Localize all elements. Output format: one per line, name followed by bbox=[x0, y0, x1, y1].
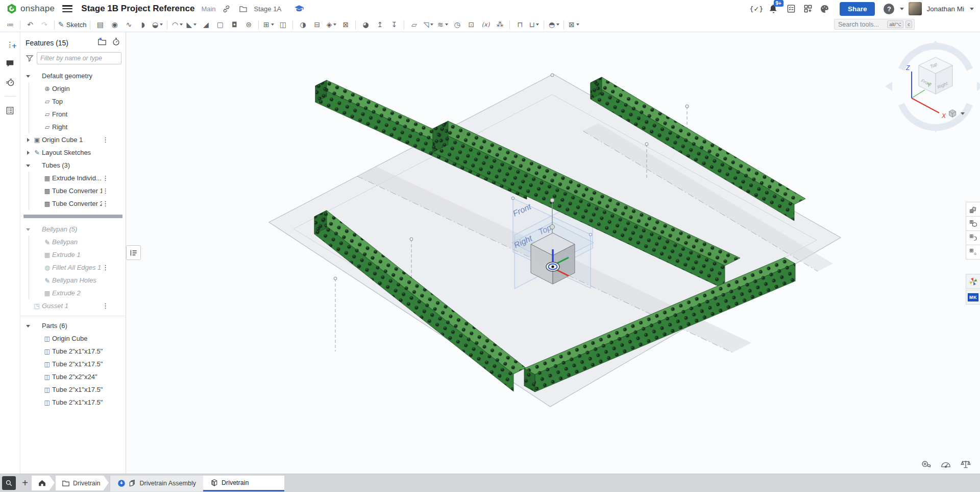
folder-location[interactable]: Stage 1A bbox=[254, 5, 282, 13]
help-button[interactable]: ? bbox=[884, 4, 894, 14]
configured-properties-icon[interactable] bbox=[966, 245, 980, 260]
feature-filter-input[interactable] bbox=[37, 52, 121, 64]
chevron-down-icon[interactable] bbox=[160, 24, 163, 26]
toolbar-divider[interactable] bbox=[564, 20, 564, 30]
part-origin-cube[interactable]: ◫ Origin Cube bbox=[20, 332, 126, 345]
search-tabs-button[interactable] bbox=[2, 476, 16, 490]
feature-plane-right[interactable]: ▱ Right bbox=[20, 121, 126, 133]
feature-menu-kebab-icon[interactable] bbox=[102, 264, 109, 271]
thicken-button[interactable]: ◒ bbox=[150, 18, 164, 31]
tab-drivetrain-assembly[interactable]: Drivetrain Assembly bbox=[110, 476, 203, 491]
link-icon[interactable] bbox=[220, 3, 233, 15]
boolean-button[interactable]: ◑ bbox=[296, 18, 310, 31]
frame-tools-button[interactable]: ⊔ bbox=[527, 18, 541, 31]
chevron-down-icon[interactable] bbox=[536, 24, 539, 26]
helix-button[interactable]: ◷ bbox=[450, 18, 464, 31]
toolbar-divider[interactable] bbox=[54, 20, 55, 30]
feature-group-bellypan[interactable]: Bellypan (5) bbox=[20, 223, 126, 236]
feature-group-tubes[interactable]: Tubes (3) bbox=[20, 159, 126, 172]
feature-menu-kebab-icon[interactable] bbox=[102, 174, 109, 182]
draft-button[interactable]: ◢ bbox=[199, 18, 213, 31]
chevron-down-icon[interactable] bbox=[556, 24, 559, 26]
move-face-button[interactable]: ↥ bbox=[373, 18, 387, 31]
viewport-3d-canvas[interactable]: Front Top Right bbox=[0, 0, 980, 492]
search-tools-box[interactable]: alt/⌥ c bbox=[834, 19, 915, 30]
tree-chevron-icon[interactable] bbox=[35, 251, 42, 259]
document-menu-icon[interactable] bbox=[62, 5, 72, 12]
feature-origin-cube-1[interactable]: ▣ Origin Cube 1 bbox=[20, 133, 126, 146]
toolbar-divider[interactable] bbox=[404, 20, 404, 30]
tree-chevron-icon[interactable] bbox=[24, 322, 32, 330]
feature-layout-sketches[interactable]: ✎ Layout Sketches bbox=[20, 146, 126, 159]
tree-chevron-icon[interactable] bbox=[24, 225, 32, 233]
custom-tables-icon[interactable] bbox=[966, 202, 980, 217]
configured-features-icon[interactable] bbox=[966, 230, 980, 245]
mkcad-app-icon[interactable]: MK bbox=[966, 290, 980, 304]
feature-plane-top[interactable]: ▱ Top bbox=[20, 95, 126, 108]
linear-pattern-button[interactable]: ⊞ bbox=[261, 18, 276, 31]
onshape-logo[interactable]: onshape bbox=[6, 3, 55, 14]
derived-button[interactable]: ⊡ bbox=[464, 18, 478, 31]
chevron-down-icon[interactable] bbox=[576, 24, 579, 26]
home-breadcrumb[interactable] bbox=[32, 476, 50, 490]
feature-script-icon[interactable]: {✓} bbox=[750, 3, 763, 15]
app-store-icon[interactable] bbox=[802, 3, 814, 15]
revolve-button[interactable]: ◉ bbox=[107, 18, 121, 31]
follow-mode-icon[interactable]: ⋮+ bbox=[5, 39, 15, 50]
user-menu-caret-icon[interactable] bbox=[970, 8, 974, 10]
part-tube-2[interactable]: ◫ Tube 2"x1"x17.5" bbox=[20, 358, 126, 370]
toolbar-divider[interactable] bbox=[167, 20, 167, 30]
toolbar-divider[interactable] bbox=[20, 20, 20, 30]
extrude-surface-button[interactable]: ◹ bbox=[421, 18, 435, 31]
chamfer-button[interactable]: ◣ bbox=[184, 18, 199, 31]
performance-timer-icon[interactable] bbox=[5, 77, 15, 87]
tree-chevron-icon[interactable] bbox=[35, 200, 42, 207]
tree-chevron-icon[interactable] bbox=[24, 149, 32, 156]
chevron-down-icon[interactable] bbox=[271, 24, 274, 26]
tree-chevron-icon[interactable] bbox=[35, 110, 42, 118]
tree-chevron-icon[interactable] bbox=[35, 98, 42, 105]
tree-chevron-icon[interactable] bbox=[24, 302, 32, 310]
feature-sketch-bellypan[interactable]: ✎ Bellypan bbox=[20, 236, 126, 248]
modify-fillet-button[interactable]: ◕ bbox=[358, 18, 373, 31]
tree-chevron-icon[interactable] bbox=[35, 276, 42, 284]
parts-group-header[interactable]: Parts (6) bbox=[20, 319, 126, 332]
undo-button[interactable]: ↶ bbox=[23, 18, 37, 31]
feature-menu-kebab-icon[interactable] bbox=[102, 200, 109, 207]
feature-group-default-geometry[interactable]: Default geometry bbox=[20, 69, 126, 82]
view-options-button[interactable] bbox=[948, 109, 965, 118]
part-tube-4[interactable]: ◫ Tube 2"x1"x17.5" bbox=[20, 383, 126, 396]
toolbar-divider[interactable] bbox=[355, 20, 356, 30]
rollback-bar[interactable] bbox=[23, 215, 122, 218]
tape-measure-icon[interactable] bbox=[920, 458, 932, 471]
feature-list-toggle-button[interactable]: ≔ bbox=[3, 18, 17, 31]
variable-button[interactable]: (x) bbox=[478, 18, 493, 31]
chevron-down-icon[interactable] bbox=[333, 24, 336, 26]
thread-button[interactable]: ⊜ bbox=[241, 18, 256, 31]
feature-plane-front[interactable]: ▱ Front bbox=[20, 108, 126, 121]
part-tube-1[interactable]: ◫ Tube 2"x1"x17.5" bbox=[20, 345, 126, 358]
mirror-button[interactable]: ◫ bbox=[276, 18, 290, 31]
redo-button[interactable]: ↷ bbox=[37, 18, 52, 31]
cut-list-icon[interactable] bbox=[5, 105, 15, 115]
feature-sketch-bellypan-holes[interactable]: ✎ Bellypan Holes bbox=[20, 274, 126, 287]
feature-extrude-1[interactable]: ▦ Extrude 1 bbox=[20, 248, 126, 261]
tree-chevron-icon[interactable] bbox=[24, 136, 32, 144]
variable-studio-button[interactable]: ⁂ bbox=[493, 18, 507, 31]
tree-chevron-icon[interactable] bbox=[35, 238, 42, 246]
feature-gusset-1[interactable]: ◳ Gusset 1 bbox=[20, 299, 126, 312]
frame-button[interactable]: ⊓ bbox=[512, 18, 527, 31]
feature-menu-kebab-icon[interactable] bbox=[102, 187, 109, 195]
tree-chevron-icon[interactable] bbox=[35, 123, 42, 131]
notifications-bell-icon[interactable]: 9+ bbox=[767, 2, 780, 15]
chevron-down-icon[interactable] bbox=[180, 24, 183, 26]
sweep-button[interactable]: ∿ bbox=[121, 18, 136, 31]
feature-tube-converter-2[interactable]: ▩ Tube Converter 2 bbox=[20, 197, 126, 210]
release-tasks-icon[interactable] bbox=[785, 3, 797, 15]
part-tube-5[interactable]: ◫ Tube 2"x1"x17.5" bbox=[20, 396, 126, 409]
replace-face-button[interactable]: ↧ bbox=[387, 18, 401, 31]
delete-part-button[interactable]: ⊠ bbox=[338, 18, 353, 31]
feature-tube-converter-1[interactable]: ▩ Tube Converter 1 bbox=[20, 184, 126, 197]
feature-menu-kebab-icon[interactable] bbox=[102, 136, 109, 144]
feature-list-flyout-button[interactable] bbox=[126, 245, 141, 260]
